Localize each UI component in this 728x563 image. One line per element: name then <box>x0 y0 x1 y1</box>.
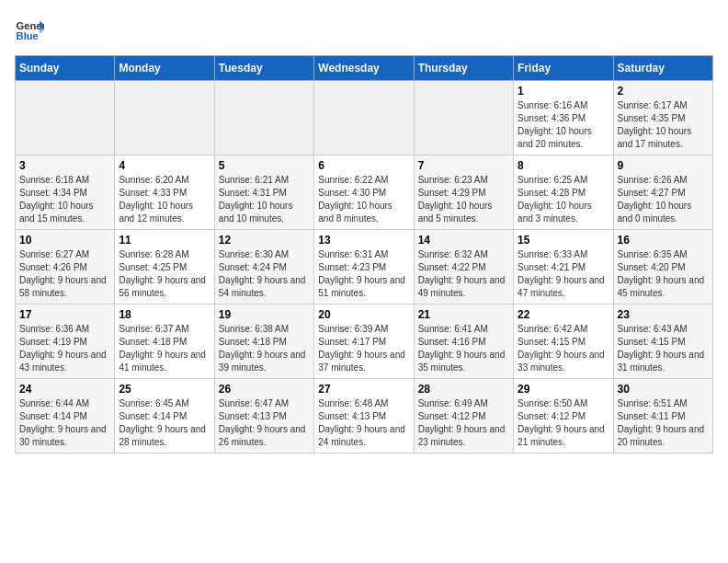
day-number: 25 <box>119 383 210 396</box>
day-info: Sunrise: 6:45 AM Sunset: 4:14 PM Dayligh… <box>119 397 210 449</box>
day-info: Sunrise: 6:22 AM Sunset: 4:30 PM Dayligh… <box>318 174 409 225</box>
day-of-week-header: Friday <box>514 56 613 81</box>
calendar-day-cell: 20Sunrise: 6:39 AM Sunset: 4:17 PM Dayli… <box>314 304 414 379</box>
day-info: Sunrise: 6:51 AM Sunset: 4:11 PM Dayligh… <box>618 397 709 449</box>
day-info: Sunrise: 6:38 AM Sunset: 4:18 PM Dayligh… <box>219 323 310 374</box>
calendar-day-cell <box>115 81 214 155</box>
calendar-week-row: 3Sunrise: 6:18 AM Sunset: 4:34 PM Daylig… <box>16 155 713 230</box>
day-number: 20 <box>318 308 409 321</box>
day-info: Sunrise: 6:21 AM Sunset: 4:31 PM Dayligh… <box>219 174 310 225</box>
day-number: 19 <box>219 308 310 321</box>
page-header: General Blue <box>15 15 713 44</box>
day-info: Sunrise: 6:30 AM Sunset: 4:24 PM Dayligh… <box>219 248 310 300</box>
day-number: 13 <box>318 234 409 247</box>
day-info: Sunrise: 6:26 AM Sunset: 4:27 PM Dayligh… <box>618 174 709 225</box>
day-number: 30 <box>618 383 709 396</box>
calendar-day-cell <box>414 81 513 155</box>
calendar-day-cell <box>214 81 313 155</box>
day-number: 5 <box>219 159 310 172</box>
day-info: Sunrise: 6:41 AM Sunset: 4:16 PM Dayligh… <box>418 323 509 374</box>
calendar-day-cell: 29Sunrise: 6:50 AM Sunset: 4:12 PM Dayli… <box>514 379 613 454</box>
calendar-day-cell: 5Sunrise: 6:21 AM Sunset: 4:31 PM Daylig… <box>214 155 313 230</box>
calendar-week-row: 10Sunrise: 6:27 AM Sunset: 4:26 PM Dayli… <box>16 230 713 304</box>
logo: General Blue <box>15 15 48 44</box>
calendar-day-cell: 22Sunrise: 6:42 AM Sunset: 4:15 PM Dayli… <box>514 304 613 379</box>
calendar-day-cell: 4Sunrise: 6:20 AM Sunset: 4:33 PM Daylig… <box>115 155 214 230</box>
calendar-day-cell: 11Sunrise: 6:28 AM Sunset: 4:25 PM Dayli… <box>115 230 214 304</box>
day-number: 3 <box>19 159 110 172</box>
calendar-day-cell: 25Sunrise: 6:45 AM Sunset: 4:14 PM Dayli… <box>115 379 214 454</box>
calendar-day-cell: 9Sunrise: 6:26 AM Sunset: 4:27 PM Daylig… <box>613 155 712 230</box>
calendar-day-cell: 13Sunrise: 6:31 AM Sunset: 4:23 PM Dayli… <box>314 230 414 304</box>
day-info: Sunrise: 6:44 AM Sunset: 4:14 PM Dayligh… <box>19 397 110 449</box>
day-number: 8 <box>518 159 609 172</box>
calendar-day-cell: 21Sunrise: 6:41 AM Sunset: 4:16 PM Dayli… <box>414 304 513 379</box>
day-info: Sunrise: 6:23 AM Sunset: 4:29 PM Dayligh… <box>418 174 509 225</box>
day-info: Sunrise: 6:47 AM Sunset: 4:13 PM Dayligh… <box>219 397 310 449</box>
day-number: 9 <box>618 159 709 172</box>
day-of-week-header: Thursday <box>414 56 513 81</box>
day-number: 10 <box>19 234 110 247</box>
calendar-day-cell: 19Sunrise: 6:38 AM Sunset: 4:18 PM Dayli… <box>214 304 313 379</box>
day-of-week-header: Sunday <box>16 56 115 81</box>
calendar-day-cell: 1Sunrise: 6:16 AM Sunset: 4:36 PM Daylig… <box>514 81 613 155</box>
calendar-week-row: 17Sunrise: 6:36 AM Sunset: 4:19 PM Dayli… <box>16 304 713 379</box>
day-number: 16 <box>618 234 709 247</box>
calendar-day-cell <box>16 81 115 155</box>
day-number: 12 <box>219 234 310 247</box>
day-number: 6 <box>318 159 409 172</box>
day-number: 26 <box>219 383 310 396</box>
day-number: 2 <box>618 85 709 98</box>
day-number: 1 <box>518 85 609 98</box>
logo-icon: General Blue <box>15 15 44 44</box>
day-info: Sunrise: 6:43 AM Sunset: 4:15 PM Dayligh… <box>618 323 709 374</box>
calendar-header-row: SundayMondayTuesdayWednesdayThursdayFrid… <box>16 56 713 81</box>
day-info: Sunrise: 6:32 AM Sunset: 4:22 PM Dayligh… <box>418 248 509 300</box>
day-info: Sunrise: 6:18 AM Sunset: 4:34 PM Dayligh… <box>19 174 110 225</box>
day-info: Sunrise: 6:37 AM Sunset: 4:18 PM Dayligh… <box>119 323 210 374</box>
day-number: 22 <box>518 308 609 321</box>
day-info: Sunrise: 6:48 AM Sunset: 4:13 PM Dayligh… <box>318 397 409 449</box>
day-info: Sunrise: 6:33 AM Sunset: 4:21 PM Dayligh… <box>518 248 609 300</box>
day-info: Sunrise: 6:50 AM Sunset: 4:12 PM Dayligh… <box>518 397 609 449</box>
day-of-week-header: Tuesday <box>214 56 313 81</box>
day-number: 23 <box>618 308 709 321</box>
day-of-week-header: Monday <box>115 56 214 81</box>
day-number: 24 <box>19 383 110 396</box>
calendar-day-cell: 18Sunrise: 6:37 AM Sunset: 4:18 PM Dayli… <box>115 304 214 379</box>
day-number: 14 <box>418 234 509 247</box>
calendar-day-cell: 24Sunrise: 6:44 AM Sunset: 4:14 PM Dayli… <box>16 379 115 454</box>
day-number: 4 <box>119 159 210 172</box>
calendar-day-cell: 3Sunrise: 6:18 AM Sunset: 4:34 PM Daylig… <box>16 155 115 230</box>
calendar-day-cell <box>314 81 414 155</box>
calendar-day-cell: 7Sunrise: 6:23 AM Sunset: 4:29 PM Daylig… <box>414 155 513 230</box>
day-of-week-header: Saturday <box>613 56 712 81</box>
calendar-week-row: 1Sunrise: 6:16 AM Sunset: 4:36 PM Daylig… <box>16 81 713 155</box>
calendar-day-cell: 10Sunrise: 6:27 AM Sunset: 4:26 PM Dayli… <box>16 230 115 304</box>
day-info: Sunrise: 6:35 AM Sunset: 4:20 PM Dayligh… <box>618 248 709 300</box>
calendar-day-cell: 28Sunrise: 6:49 AM Sunset: 4:12 PM Dayli… <box>414 379 513 454</box>
day-info: Sunrise: 6:27 AM Sunset: 4:26 PM Dayligh… <box>19 248 110 300</box>
calendar-table: SundayMondayTuesdayWednesdayThursdayFrid… <box>15 55 713 454</box>
day-info: Sunrise: 6:36 AM Sunset: 4:19 PM Dayligh… <box>19 323 110 374</box>
day-number: 17 <box>19 308 110 321</box>
day-number: 15 <box>518 234 609 247</box>
calendar-day-cell: 30Sunrise: 6:51 AM Sunset: 4:11 PM Dayli… <box>613 379 712 454</box>
calendar-day-cell: 6Sunrise: 6:22 AM Sunset: 4:30 PM Daylig… <box>314 155 414 230</box>
day-number: 18 <box>119 308 210 321</box>
day-info: Sunrise: 6:20 AM Sunset: 4:33 PM Dayligh… <box>119 174 210 225</box>
day-info: Sunrise: 6:42 AM Sunset: 4:15 PM Dayligh… <box>518 323 609 374</box>
day-number: 7 <box>418 159 509 172</box>
day-number: 29 <box>518 383 609 396</box>
day-info: Sunrise: 6:25 AM Sunset: 4:28 PM Dayligh… <box>518 174 609 225</box>
calendar-day-cell: 14Sunrise: 6:32 AM Sunset: 4:22 PM Dayli… <box>414 230 513 304</box>
calendar-week-row: 24Sunrise: 6:44 AM Sunset: 4:14 PM Dayli… <box>16 379 713 454</box>
calendar-day-cell: 16Sunrise: 6:35 AM Sunset: 4:20 PM Dayli… <box>613 230 712 304</box>
day-info: Sunrise: 6:49 AM Sunset: 4:12 PM Dayligh… <box>418 397 509 449</box>
calendar-day-cell: 8Sunrise: 6:25 AM Sunset: 4:28 PM Daylig… <box>514 155 613 230</box>
calendar-day-cell: 23Sunrise: 6:43 AM Sunset: 4:15 PM Dayli… <box>613 304 712 379</box>
calendar-day-cell: 27Sunrise: 6:48 AM Sunset: 4:13 PM Dayli… <box>314 379 414 454</box>
day-number: 11 <box>119 234 210 247</box>
day-info: Sunrise: 6:16 AM Sunset: 4:36 PM Dayligh… <box>518 99 609 151</box>
day-number: 21 <box>418 308 509 321</box>
